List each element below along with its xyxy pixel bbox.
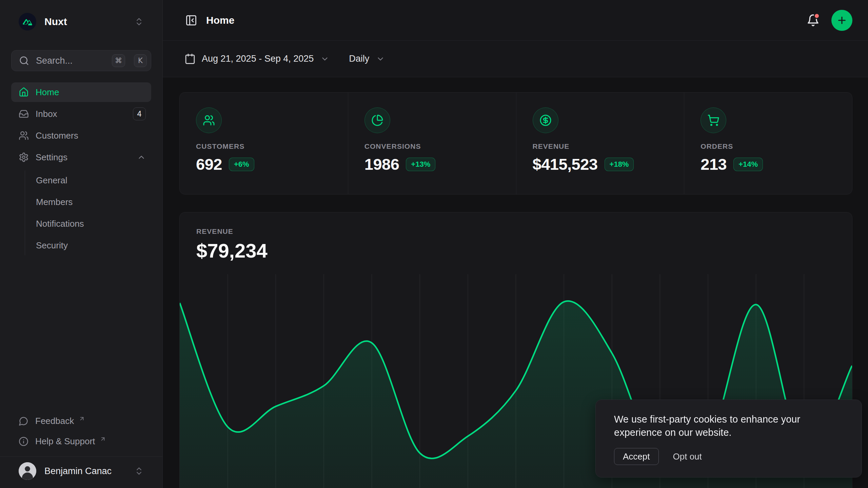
revenue-chart-label: REVENUE [196, 227, 852, 236]
sidebar-divider [0, 456, 162, 457]
nuxt-logo-icon [19, 13, 36, 30]
cookie-actions: Accept Opt out [614, 448, 843, 465]
sidebar-item-settings[interactable]: Settings [11, 147, 151, 167]
users-icon [19, 130, 29, 141]
sidebar-item-inbox[interactable]: Inbox 4 [11, 104, 151, 124]
revenue-chart-header: REVENUE $79,234 [180, 212, 852, 261]
chevron-down-icon [320, 55, 329, 63]
search-icon [19, 56, 29, 66]
cookie-message: We use first-party cookies to enhance yo… [614, 413, 824, 439]
circle-dollar-icon [533, 107, 558, 133]
plus-icon [836, 15, 847, 26]
sidebar-item-home[interactable]: Home [11, 82, 151, 102]
stat-change-badge: +13% [406, 158, 435, 171]
workspace-switcher[interactable]: Nuxt [11, 12, 151, 31]
date-range-label: Aug 21, 2025 - Sep 4, 2025 [202, 54, 314, 64]
shopping-cart-icon [701, 107, 726, 133]
stat-card-conversions[interactable]: CONVERSIONS 1986 +13% [348, 93, 516, 194]
notifications-button[interactable] [805, 12, 821, 28]
user-menu[interactable]: Benjamin Canac [11, 462, 151, 481]
stat-change-badge: +18% [605, 158, 634, 171]
stat-card-revenue[interactable]: REVENUE $415,523 +18% [516, 93, 684, 194]
stat-value: 213 [701, 155, 727, 174]
sidebar-item-label: Home [36, 87, 59, 98]
sidebar-footer: Feedback Help & Support [11, 411, 151, 451]
stat-value: 1986 [364, 155, 399, 174]
stat-card-customers[interactable]: CUSTOMERS 692 +6% [180, 93, 348, 194]
stat-change-badge: +6% [229, 158, 254, 171]
notification-dot [814, 13, 820, 19]
stat-label: CONVERSIONS [364, 142, 500, 150]
chart-pie-icon [364, 107, 390, 133]
workspace-name: Nuxt [44, 16, 126, 27]
inbox-icon [19, 109, 29, 119]
interval-label: Daily [349, 54, 369, 64]
chevrons-up-down-icon [134, 17, 144, 26]
stat-value: $415,523 [533, 155, 598, 174]
create-button[interactable] [831, 10, 852, 31]
arrow-up-right-icon [79, 415, 85, 422]
sub-item-label: Notifications [36, 219, 84, 229]
date-range-picker[interactable]: Aug 21, 2025 - Sep 4, 2025 [184, 53, 329, 64]
home-icon [19, 87, 29, 97]
sidebar-item-members[interactable]: Members [36, 192, 151, 212]
filter-bar: Aug 21, 2025 - Sep 4, 2025 Daily [163, 41, 868, 77]
sidebar-item-label: Settings [36, 152, 67, 163]
chevron-up-icon [137, 153, 146, 162]
chevron-down-icon [376, 55, 385, 63]
kbd-cmd: ⌘ [112, 54, 125, 67]
revenue-chart-value: $79,234 [196, 241, 852, 261]
opt-out-button[interactable]: Opt out [673, 451, 702, 462]
inbox-count-badge: 4 [133, 107, 146, 120]
sub-item-label: Members [36, 197, 73, 207]
gear-icon [19, 152, 29, 162]
chevrons-up-down-icon [134, 466, 144, 476]
topbar: Home [163, 0, 868, 41]
arrow-up-right-icon [100, 436, 106, 442]
panel-left-close-icon [185, 14, 197, 26]
users-icon [196, 107, 222, 133]
sidebar: Nuxt Search... ⌘ K Home Inbox 4 Customer… [0, 0, 163, 488]
cookie-banner: We use first-party cookies to enhance yo… [595, 400, 862, 477]
stat-label: CUSTOMERS [196, 142, 332, 150]
settings-subnav: General Members Notifications Security [25, 170, 151, 255]
info-icon [19, 436, 28, 446]
sidebar-item-notifications[interactable]: Notifications [36, 214, 151, 233]
stat-label: REVENUE [533, 142, 668, 150]
stats-cards: CUSTOMERS 692 +6% CONVERSIONS 1986 +13% [179, 92, 852, 195]
accept-button[interactable]: Accept [614, 448, 659, 465]
page-title: Home [206, 15, 234, 26]
sidebar-collapse-button[interactable] [184, 14, 198, 27]
sub-item-label: Security [36, 240, 68, 251]
search-input[interactable]: Search... ⌘ K [11, 50, 151, 71]
message-circle-icon [19, 416, 28, 426]
sidebar-item-general[interactable]: General [36, 170, 151, 190]
avatar [19, 462, 36, 480]
foot-link-label: Feedback [35, 416, 74, 426]
search-placeholder: Search... [36, 56, 103, 66]
sidebar-item-customers[interactable]: Customers [11, 126, 151, 145]
sub-item-label: General [36, 175, 67, 186]
user-name: Benjamin Canac [44, 466, 126, 476]
sidebar-item-label: Customers [36, 130, 78, 141]
sidebar-item-security[interactable]: Security [36, 236, 151, 255]
feedback-link[interactable]: Feedback [11, 411, 151, 431]
interval-select[interactable]: Daily [349, 54, 385, 64]
stat-card-orders[interactable]: ORDERS 213 +14% [684, 93, 852, 194]
kbd-k: K [134, 54, 147, 67]
calendar-icon [184, 53, 196, 64]
stat-value: 692 [196, 155, 222, 174]
topbar-actions [805, 10, 852, 31]
sidebar-item-label: Inbox [36, 109, 57, 119]
foot-link-label: Help & Support [35, 436, 95, 447]
sidebar-nav: Home Inbox 4 Customers Settings General … [11, 82, 151, 255]
stat-change-badge: +14% [733, 158, 763, 171]
sidebar-spacer [11, 255, 151, 411]
help-support-link[interactable]: Help & Support [11, 431, 151, 451]
stat-label: ORDERS [701, 142, 836, 150]
